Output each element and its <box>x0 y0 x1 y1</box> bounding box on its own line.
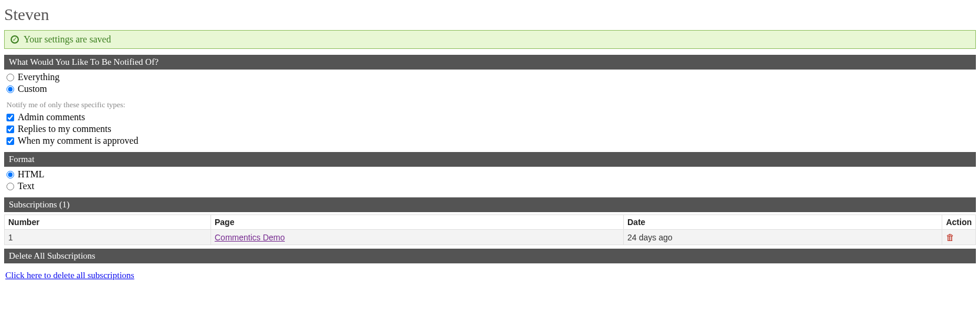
check-replies-input[interactable] <box>6 126 14 133</box>
cell-date: 24 days ago <box>624 230 942 245</box>
section-header-subscriptions: Subscriptions (1) <box>4 197 976 212</box>
check-admin-comments-label: Admin comments <box>18 112 85 123</box>
radio-everything[interactable]: Everything <box>6 72 974 82</box>
section-header-notify: What Would You Like To Be Notified Of? <box>4 55 976 70</box>
col-header-action: Action <box>942 215 976 230</box>
page-title: Steven <box>4 5 977 24</box>
check-approved[interactable]: When my comment is approved <box>6 136 974 146</box>
table-row: 1 Commentics Demo 24 days ago 🗑 <box>5 230 976 245</box>
section-header-delete: Delete All Subscriptions <box>4 249 976 263</box>
cell-page: Commentics Demo <box>211 230 624 245</box>
check-approved-label: When my comment is approved <box>18 136 138 146</box>
alert-success: ✓ Your settings are saved <box>4 30 976 49</box>
check-approved-input[interactable] <box>6 137 14 145</box>
radio-custom-label: Custom <box>18 84 47 94</box>
check-replies-label: Replies to my comments <box>18 124 111 134</box>
cell-action: 🗑 <box>942 230 976 245</box>
radio-custom-input[interactable] <box>6 85 14 93</box>
col-header-number: Number <box>5 215 211 230</box>
radio-everything-label: Everything <box>18 72 60 82</box>
section-header-format: Format <box>4 152 976 167</box>
radio-html-label: HTML <box>18 169 44 180</box>
radio-html-input[interactable] <box>6 171 14 179</box>
check-admin-comments[interactable]: Admin comments <box>6 112 974 123</box>
radio-custom[interactable]: Custom <box>6 84 974 94</box>
notify-section: Everything Custom Notify me of only thes… <box>6 72 974 146</box>
col-header-date: Date <box>624 215 942 230</box>
page-link[interactable]: Commentics Demo <box>215 233 285 242</box>
radio-text-label: Text <box>18 181 34 191</box>
radio-html[interactable]: HTML <box>6 169 974 180</box>
trash-icon[interactable]: 🗑 <box>946 232 955 242</box>
check-circle-icon: ✓ <box>11 35 19 44</box>
check-admin-comments-input[interactable] <box>6 114 14 121</box>
alert-message: Your settings are saved <box>24 34 111 45</box>
radio-everything-input[interactable] <box>6 74 14 81</box>
subscriptions-table: Number Page Date Action 1 Commentics Dem… <box>4 214 976 245</box>
check-replies[interactable]: Replies to my comments <box>6 124 974 134</box>
notify-hint: Notify me of only these specific types: <box>6 100 972 110</box>
radio-text-input[interactable] <box>6 183 14 190</box>
delete-all-link[interactable]: Click here to delete all subscriptions <box>5 270 134 280</box>
col-header-page: Page <box>211 215 624 230</box>
cell-number: 1 <box>5 230 211 245</box>
radio-text[interactable]: Text <box>6 181 974 191</box>
format-section: HTML Text <box>6 169 974 191</box>
